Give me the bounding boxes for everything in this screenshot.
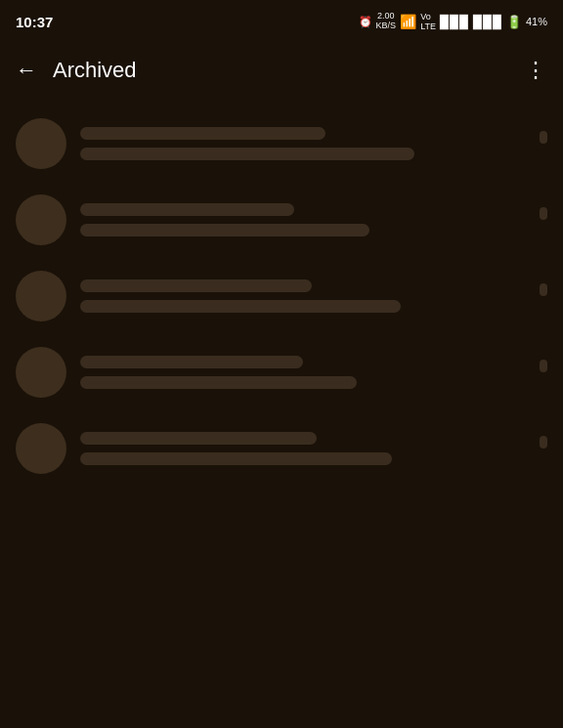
status-time: 10:37 — [16, 14, 53, 30]
chat-time-skeleton — [540, 360, 547, 372]
chat-meta — [540, 360, 547, 386]
chat-meta — [540, 207, 547, 234]
chat-name-skeleton — [80, 279, 312, 292]
data-speed-indicator: 2.00KB/S — [376, 12, 397, 31]
alarm-icon: ⏰ — [359, 16, 372, 28]
chat-time-skeleton — [540, 283, 547, 296]
avatar — [16, 347, 66, 398]
chat-meta — [540, 436, 547, 462]
chat-content — [80, 432, 526, 465]
list-item[interactable] — [0, 106, 563, 182]
signal-bars-2: ▉▉▉ — [473, 15, 502, 29]
chat-message-skeleton — [80, 148, 414, 160]
chat-meta — [540, 131, 547, 157]
chat-content — [80, 127, 526, 160]
page-title: Archived — [53, 58, 137, 83]
chat-name-skeleton — [80, 203, 294, 216]
chat-message-skeleton — [80, 376, 357, 389]
chat-time-skeleton — [540, 436, 547, 449]
chat-name-skeleton — [80, 356, 303, 368]
more-options-button[interactable]: ⋮ — [525, 58, 547, 83]
wifi-icon: 📶 — [400, 14, 416, 29]
chat-list — [0, 98, 563, 487]
chat-time-skeleton — [540, 207, 547, 220]
volte-indicator: VoLTE — [420, 12, 436, 31]
status-bar: 10:37 ⏰ 2.00KB/S 📶 VoLTE ▉▉▉ ▉▉▉ 🔋 41% — [0, 0, 563, 43]
avatar — [16, 271, 66, 321]
chat-message-skeleton — [80, 224, 369, 236]
chat-message-skeleton — [80, 452, 392, 465]
status-icons: ⏰ 2.00KB/S 📶 VoLTE ▉▉▉ ▉▉▉ 🔋 41% — [359, 12, 547, 31]
avatar — [16, 423, 66, 474]
signal-bars-1: ▉▉▉ — [440, 15, 469, 29]
list-item[interactable] — [0, 258, 563, 334]
list-item[interactable] — [0, 334, 563, 410]
avatar — [16, 194, 66, 245]
chat-meta — [540, 283, 547, 310]
chat-content — [80, 279, 526, 313]
chat-content — [80, 203, 526, 236]
chat-name-skeleton — [80, 432, 317, 445]
list-item[interactable] — [0, 410, 563, 487]
chat-message-skeleton — [80, 300, 401, 313]
avatar — [16, 118, 66, 169]
header: ← Archived ⋮ — [0, 43, 563, 98]
battery-icon: 🔋 — [506, 15, 522, 29]
back-button[interactable]: ← — [16, 58, 37, 83]
chat-name-skeleton — [80, 127, 325, 140]
header-left: ← Archived — [16, 58, 137, 83]
list-item[interactable] — [0, 182, 563, 258]
chat-content — [80, 356, 526, 389]
battery-percent: 41% — [526, 16, 547, 27]
chat-time-skeleton — [540, 131, 547, 144]
